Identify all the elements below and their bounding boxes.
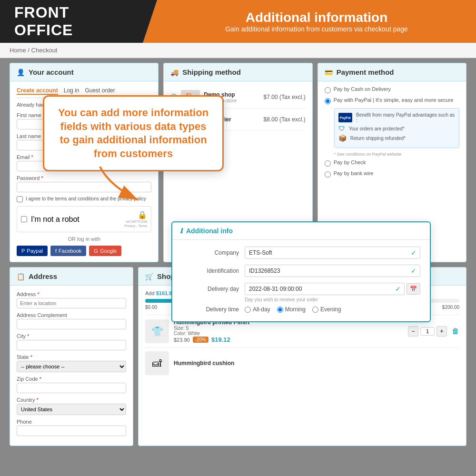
tooltip-text: You can add more information fields with… xyxy=(56,106,211,160)
shipping-panel-title: Shipping method xyxy=(182,68,240,76)
delivery-time-allday[interactable]: All-day xyxy=(245,306,270,313)
additional-info-title: Additional information xyxy=(246,10,388,25)
tab-create-account[interactable]: Create account xyxy=(17,87,58,95)
additional-info-body: Company ✓ Identification ✓ Delivery day xyxy=(172,240,430,321)
shipping-panel-header: Shipping method xyxy=(164,63,312,81)
zip-input[interactable] xyxy=(17,383,126,393)
delivery-hint: Day you wish to receive your order xyxy=(245,297,420,302)
or-login-text: OR log in with xyxy=(17,236,151,242)
payment-label-check: Pay by Check xyxy=(334,159,366,165)
company-check-icon: ✓ xyxy=(411,249,416,257)
address-input[interactable] xyxy=(17,298,126,308)
cart-item-1-increase[interactable]: + xyxy=(436,326,447,337)
payment-option-cod: Pay by Cash on Delivery xyxy=(325,86,459,93)
country-select[interactable]: United States xyxy=(17,404,126,415)
breadcrumb-home[interactable]: Home xyxy=(10,47,26,54)
delivery-day-check-icon: ✓ xyxy=(395,285,401,293)
google-login-button[interactable]: G Google xyxy=(89,246,121,256)
captcha-box[interactable]: I'm not a robot 🔒 reCAPTCHA Privacy - Te… xyxy=(17,206,151,232)
delivery-time-radio-evening[interactable] xyxy=(312,307,318,313)
tooltip-arrow-svg xyxy=(43,167,138,205)
captcha-checkbox[interactable] xyxy=(21,216,27,222)
address-panel-title: Address xyxy=(29,272,57,280)
delivery-time-radio-allday[interactable] xyxy=(245,307,251,313)
cart-item-1-price: $23.90 -20% $19.12 xyxy=(174,336,403,343)
cart-item-1-qty-input[interactable] xyxy=(420,327,435,336)
payment-option-check: Pay by Check xyxy=(325,159,459,167)
delivery-time-radio-morning[interactable] xyxy=(277,307,283,313)
tab-login[interactable]: Log in xyxy=(64,87,79,95)
country-label: Country * xyxy=(17,397,126,403)
delivery-time-morning[interactable]: Morning xyxy=(277,306,306,313)
identification-input[interactable] xyxy=(245,265,420,277)
delivery-time-evening[interactable]: Evening xyxy=(312,306,341,313)
payment-radio-cod[interactable] xyxy=(325,87,331,93)
delivery-time-radio-group: All-day Morning Evening xyxy=(245,306,341,313)
payment-label-bank: Pay by bank wire xyxy=(334,170,374,176)
state-label: State * xyxy=(17,354,126,360)
delivery-day-field: Delivery day ✓ 📅 xyxy=(182,283,420,295)
header: FRONT OFFICE Additional information Gain… xyxy=(0,0,476,43)
state-select[interactable]: -- please choose -- xyxy=(17,361,126,372)
phone-input[interactable] xyxy=(17,426,126,436)
front-office-title: FRONT OFFICE xyxy=(14,4,129,39)
cart-item-1-size: Size: S xyxy=(174,326,403,331)
address-complement-row: Address Complement xyxy=(17,312,126,329)
paypal-benefit-3: 📦 Return shipping refunded* xyxy=(338,134,455,142)
cart-item-1-delete[interactable]: 🗑 xyxy=(452,327,459,336)
calendar-button[interactable]: 📅 xyxy=(407,283,420,295)
breadcrumb-current: Checkout xyxy=(31,47,58,54)
progress-start: $0.00 xyxy=(145,305,157,310)
payment-panel-header: Payment method xyxy=(318,63,466,81)
paypal-login-button[interactable]: P Paypal xyxy=(17,246,48,256)
cart-item-2-info: Hummingbird cushion xyxy=(174,360,459,367)
cart-item-1-qty-control: − + xyxy=(408,326,447,337)
delivery-day-input[interactable] xyxy=(245,283,405,295)
shipping-price-1: $7.00 (Tax excl.) xyxy=(264,94,306,100)
city-input[interactable] xyxy=(17,340,126,350)
identification-field: Identification ✓ xyxy=(182,265,420,277)
cart-item-2: 🛋 Hummingbird cushion xyxy=(145,347,459,379)
city-row: City * xyxy=(17,333,126,350)
payment-icon xyxy=(325,69,333,76)
address-body: Address * Address Complement City * Stat… xyxy=(10,286,133,446)
cart-item-1-image: 👕 xyxy=(145,319,169,343)
delivery-time-label: Delivery time xyxy=(182,306,239,313)
tab-guest-order[interactable]: Guest order xyxy=(85,87,115,95)
payment-radio-paypal[interactable] xyxy=(325,98,331,104)
progress-end: $200.00 xyxy=(442,305,459,310)
cart-item-1-decrease[interactable]: − xyxy=(408,326,418,337)
additional-info-title: Additional info xyxy=(186,227,233,235)
return-icon: 📦 xyxy=(338,134,347,142)
cart-item-1-original-price: $23.90 xyxy=(174,337,190,343)
address-complement-label: Address Complement xyxy=(17,312,126,318)
payment-radio-bank[interactable] xyxy=(325,171,331,178)
company-field: Company ✓ xyxy=(182,247,420,259)
identification-check-icon: ✓ xyxy=(411,267,416,275)
city-label: City * xyxy=(17,333,126,339)
cart-item-1-discount: -20% xyxy=(193,337,208,343)
agree-checkbox[interactable] xyxy=(17,196,23,202)
payment-label-cod: Pay by Cash on Delivery xyxy=(334,86,391,92)
social-buttons: P Paypal f Facebook G Google xyxy=(17,246,151,256)
delivery-day-wrap: ✓ 📅 xyxy=(245,283,420,295)
address-complement-input[interactable] xyxy=(17,319,126,329)
cart-item-1-new-price: $19.12 xyxy=(211,336,230,343)
zip-label: Zip Code * xyxy=(17,376,126,382)
country-row: Country * United States xyxy=(17,397,126,415)
company-label: Company xyxy=(182,249,239,256)
cart-item-1-color: Color: White xyxy=(174,331,403,336)
payment-radio-check[interactable] xyxy=(325,160,331,167)
account-panel-header: Your account xyxy=(10,63,158,81)
header-left: FRONT OFFICE xyxy=(0,0,143,43)
additional-info-subtitle: Gain additional information from custome… xyxy=(225,25,408,33)
shipping-price-2: $8.00 (Tax excl.) xyxy=(264,116,306,123)
tooltip-overlay: You can add more information fields with… xyxy=(43,95,224,207)
facebook-login-button[interactable]: f Facebook xyxy=(50,246,86,256)
company-input[interactable] xyxy=(245,247,420,259)
address-panel-header: Address xyxy=(10,268,133,286)
cart-item-2-name: Hummingbird cushion xyxy=(174,360,459,367)
phone-label: Phone xyxy=(17,419,126,425)
paypal-benefit-2: 🛡 Your orders are protected* xyxy=(338,125,455,132)
breadcrumb: Home / Checkout xyxy=(0,43,476,58)
